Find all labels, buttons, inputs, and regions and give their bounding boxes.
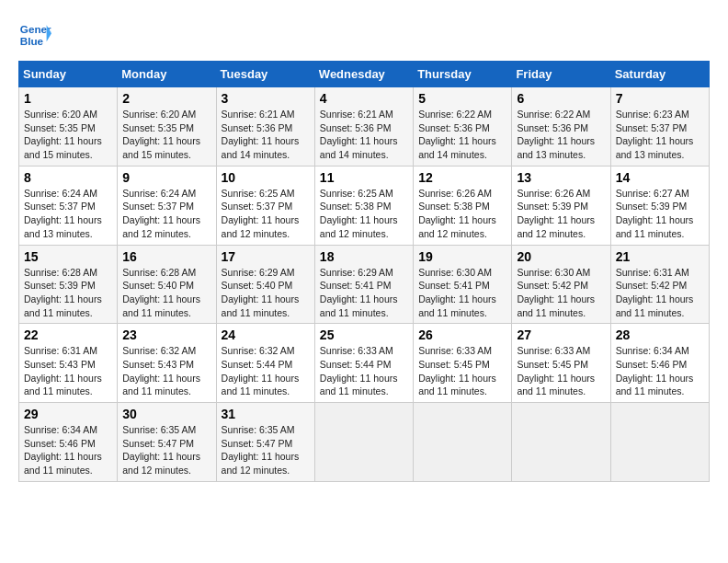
day-info: Sunrise: 6:29 AM Sunset: 5:40 PM Dayligh… — [222, 266, 310, 320]
day-info: Sunrise: 6:24 AM Sunset: 5:37 PM Dayligh… — [24, 187, 112, 241]
empty-cell — [414, 403, 512, 482]
day-number: 26 — [418, 327, 506, 342]
calendar-day-cell: 30Sunrise: 6:35 AM Sunset: 5:47 PM Dayli… — [118, 403, 216, 482]
day-info: Sunrise: 6:32 AM Sunset: 5:44 PM Dayligh… — [222, 344, 310, 398]
day-number: 1 — [24, 91, 112, 106]
day-number: 23 — [122, 327, 210, 342]
day-number: 12 — [418, 170, 506, 185]
calendar-day-cell: 3Sunrise: 6:21 AM Sunset: 5:36 PM Daylig… — [216, 87, 314, 167]
calendar-day-cell: 5Sunrise: 6:22 AM Sunset: 5:36 PM Daylig… — [414, 87, 512, 167]
day-info: Sunrise: 6:33 AM Sunset: 5:45 PM Dayligh… — [517, 344, 605, 398]
calendar-day-cell: 12Sunrise: 6:26 AM Sunset: 5:38 PM Dayli… — [414, 166, 512, 245]
calendar-day-cell: 26Sunrise: 6:33 AM Sunset: 5:45 PM Dayli… — [414, 324, 512, 403]
weekday-header: Friday — [512, 62, 610, 87]
calendar-day-cell: 13Sunrise: 6:26 AM Sunset: 5:39 PM Dayli… — [512, 166, 610, 245]
day-number: 18 — [320, 249, 408, 264]
calendar-day-cell: 8Sunrise: 6:24 AM Sunset: 5:37 PM Daylig… — [19, 166, 118, 245]
day-info: Sunrise: 6:23 AM Sunset: 5:37 PM Dayligh… — [616, 108, 704, 162]
day-info: Sunrise: 6:21 AM Sunset: 5:36 PM Dayligh… — [320, 108, 408, 162]
day-info: Sunrise: 6:22 AM Sunset: 5:36 PM Dayligh… — [418, 108, 506, 162]
day-number: 29 — [24, 407, 112, 421]
calendar-day-cell: 9Sunrise: 6:24 AM Sunset: 5:37 PM Daylig… — [118, 166, 216, 245]
weekday-header: Wednesday — [314, 62, 413, 87]
day-number: 7 — [616, 91, 704, 106]
day-number: 9 — [122, 170, 210, 185]
calendar-day-cell: 24Sunrise: 6:32 AM Sunset: 5:44 PM Dayli… — [216, 324, 314, 403]
day-number: 31 — [222, 407, 310, 421]
calendar-header: SundayMondayTuesdayWednesdayThursdayFrid… — [19, 62, 710, 87]
empty-cell — [610, 403, 709, 482]
day-info: Sunrise: 6:31 AM Sunset: 5:43 PM Dayligh… — [24, 344, 112, 398]
calendar-day-cell: 31Sunrise: 6:35 AM Sunset: 5:47 PM Dayli… — [216, 403, 314, 482]
logo-icon: General Blue — [18, 18, 51, 52]
svg-text:Blue: Blue — [20, 35, 44, 47]
calendar-day-cell: 14Sunrise: 6:27 AM Sunset: 5:39 PM Dayli… — [610, 166, 709, 245]
calendar-day-cell: 19Sunrise: 6:30 AM Sunset: 5:41 PM Dayli… — [414, 245, 512, 324]
calendar-week-row: 29Sunrise: 6:34 AM Sunset: 5:46 PM Dayli… — [19, 403, 710, 482]
calendar-day-cell: 1Sunrise: 6:20 AM Sunset: 5:35 PM Daylig… — [19, 87, 118, 167]
day-number: 17 — [222, 249, 310, 264]
weekday-header: Thursday — [414, 62, 512, 87]
calendar-day-cell: 10Sunrise: 6:25 AM Sunset: 5:37 PM Dayli… — [216, 166, 314, 245]
calendar-day-cell: 6Sunrise: 6:22 AM Sunset: 5:36 PM Daylig… — [512, 87, 610, 167]
weekday-header: Tuesday — [216, 62, 314, 87]
day-info: Sunrise: 6:22 AM Sunset: 5:36 PM Dayligh… — [517, 108, 605, 162]
day-info: Sunrise: 6:26 AM Sunset: 5:39 PM Dayligh… — [517, 187, 605, 241]
calendar-day-cell: 28Sunrise: 6:34 AM Sunset: 5:46 PM Dayli… — [610, 324, 709, 403]
day-info: Sunrise: 6:21 AM Sunset: 5:36 PM Dayligh… — [222, 108, 310, 162]
day-number: 8 — [24, 170, 112, 185]
day-number: 6 — [517, 91, 605, 106]
day-number: 5 — [418, 91, 506, 106]
weekday-header: Saturday — [610, 62, 709, 87]
calendar-day-cell: 4Sunrise: 6:21 AM Sunset: 5:36 PM Daylig… — [314, 87, 413, 167]
day-info: Sunrise: 6:31 AM Sunset: 5:42 PM Dayligh… — [616, 266, 704, 320]
calendar-day-cell: 18Sunrise: 6:29 AM Sunset: 5:41 PM Dayli… — [314, 245, 413, 324]
day-info: Sunrise: 6:35 AM Sunset: 5:47 PM Dayligh… — [222, 423, 310, 477]
day-number: 16 — [122, 249, 210, 264]
day-info: Sunrise: 6:28 AM Sunset: 5:39 PM Dayligh… — [24, 266, 112, 320]
day-number: 15 — [24, 249, 112, 264]
empty-cell — [314, 403, 413, 482]
empty-cell — [512, 403, 610, 482]
calendar-week-row: 22Sunrise: 6:31 AM Sunset: 5:43 PM Dayli… — [19, 324, 710, 403]
calendar-day-cell: 11Sunrise: 6:25 AM Sunset: 5:38 PM Dayli… — [314, 166, 413, 245]
day-info: Sunrise: 6:34 AM Sunset: 5:46 PM Dayligh… — [24, 423, 112, 477]
day-number: 25 — [320, 327, 408, 342]
day-info: Sunrise: 6:20 AM Sunset: 5:35 PM Dayligh… — [24, 108, 112, 162]
day-info: Sunrise: 6:24 AM Sunset: 5:37 PM Dayligh… — [122, 187, 210, 241]
calendar-body: 1Sunrise: 6:20 AM Sunset: 5:35 PM Daylig… — [19, 87, 710, 482]
day-info: Sunrise: 6:30 AM Sunset: 5:42 PM Dayligh… — [517, 266, 605, 320]
day-number: 27 — [517, 327, 605, 342]
day-number: 22 — [24, 327, 112, 342]
calendar-week-row: 8Sunrise: 6:24 AM Sunset: 5:37 PM Daylig… — [19, 166, 710, 245]
day-number: 4 — [320, 91, 408, 106]
page-header: General Blue — [18, 18, 710, 52]
calendar-day-cell: 29Sunrise: 6:34 AM Sunset: 5:46 PM Dayli… — [19, 403, 118, 482]
day-number: 11 — [320, 170, 408, 185]
calendar-day-cell: 16Sunrise: 6:28 AM Sunset: 5:40 PM Dayli… — [118, 245, 216, 324]
day-info: Sunrise: 6:29 AM Sunset: 5:41 PM Dayligh… — [320, 266, 408, 320]
calendar-day-cell: 23Sunrise: 6:32 AM Sunset: 5:43 PM Dayli… — [118, 324, 216, 403]
day-info: Sunrise: 6:32 AM Sunset: 5:43 PM Dayligh… — [122, 344, 210, 398]
calendar-day-cell: 17Sunrise: 6:29 AM Sunset: 5:40 PM Dayli… — [216, 245, 314, 324]
calendar-day-cell: 21Sunrise: 6:31 AM Sunset: 5:42 PM Dayli… — [610, 245, 709, 324]
calendar-day-cell: 22Sunrise: 6:31 AM Sunset: 5:43 PM Dayli… — [19, 324, 118, 403]
weekday-header: Sunday — [19, 62, 118, 87]
calendar-table: SundayMondayTuesdayWednesdayThursdayFrid… — [18, 61, 710, 482]
day-number: 14 — [616, 170, 704, 185]
calendar-week-row: 1Sunrise: 6:20 AM Sunset: 5:35 PM Daylig… — [19, 87, 710, 167]
calendar-day-cell: 15Sunrise: 6:28 AM Sunset: 5:39 PM Dayli… — [19, 245, 118, 324]
calendar-week-row: 15Sunrise: 6:28 AM Sunset: 5:39 PM Dayli… — [19, 245, 710, 324]
day-info: Sunrise: 6:27 AM Sunset: 5:39 PM Dayligh… — [616, 187, 704, 241]
day-number: 30 — [122, 407, 210, 421]
day-info: Sunrise: 6:25 AM Sunset: 5:38 PM Dayligh… — [320, 187, 408, 241]
day-number: 24 — [222, 327, 310, 342]
calendar-day-cell: 20Sunrise: 6:30 AM Sunset: 5:42 PM Dayli… — [512, 245, 610, 324]
logo: General Blue — [18, 18, 57, 52]
day-number: 10 — [222, 170, 310, 185]
day-info: Sunrise: 6:30 AM Sunset: 5:41 PM Dayligh… — [418, 266, 506, 320]
day-info: Sunrise: 6:20 AM Sunset: 5:35 PM Dayligh… — [122, 108, 210, 162]
day-number: 2 — [122, 91, 210, 106]
weekday-header: Monday — [118, 62, 216, 87]
day-info: Sunrise: 6:33 AM Sunset: 5:45 PM Dayligh… — [418, 344, 506, 398]
